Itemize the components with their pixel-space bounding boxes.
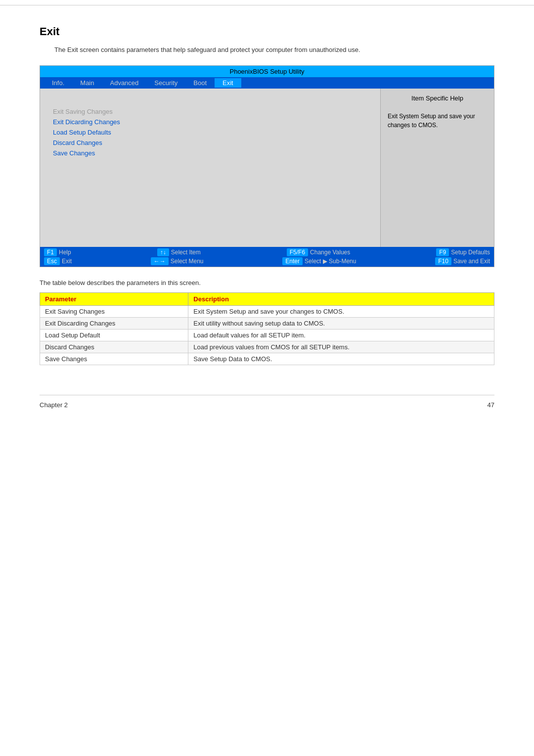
bios-item-load-defaults[interactable]: Load Setup Defaults xyxy=(50,127,370,138)
kb-group-esc: Esc Exit xyxy=(44,257,72,265)
kb-row-1: F1 Help ↑↓ Select Item F5/F6 Change Valu… xyxy=(44,248,490,256)
bios-menu-advanced[interactable]: Advanced xyxy=(102,78,146,88)
label-select-menu: Select Menu xyxy=(171,258,204,265)
bios-item-exit-discarding[interactable]: Exit Dicarding Changes xyxy=(50,117,370,127)
help-title: Item Specific Help xyxy=(388,94,487,102)
bios-menu-bar: Info. Main Advanced Security Boot Exit xyxy=(40,77,494,89)
table-cell-desc: Load previous values from CMOS for all S… xyxy=(188,341,494,353)
key-lr-arrows: ←→ xyxy=(151,257,169,265)
table-cell-param: Exit Discarding Changes xyxy=(40,318,188,330)
table-row: Save ChangesSave Setup Data to CMOS. xyxy=(40,353,494,365)
col-header-description: Description xyxy=(188,293,494,306)
key-f9: F9 xyxy=(436,248,449,256)
bios-item-exit-saving[interactable]: Exit Saving Changes xyxy=(50,106,370,117)
footer-page: 47 xyxy=(488,401,494,409)
label-select-submenu: Select ▶ Sub-Menu xyxy=(305,258,356,265)
table-cell-desc: Load default values for all SETUP item. xyxy=(188,330,494,341)
bios-menu-main[interactable]: Main xyxy=(72,78,102,88)
kb-group-arrows: ↑↓ Select Item xyxy=(157,248,201,256)
table-cell-desc: Exit System Setup and save your changes … xyxy=(188,306,494,318)
param-table: Parameter Description Exit Saving Change… xyxy=(40,292,494,365)
kb-group-f10: F10 Save and Exit xyxy=(435,257,490,265)
help-text: Exit System Setup and save your changes … xyxy=(388,112,487,130)
kb-group-f5f6: F5/F6 Change Values xyxy=(287,248,351,256)
key-f5f6: F5/F6 xyxy=(287,248,308,256)
bios-right-panel: Item Specific Help Exit System Setup and… xyxy=(380,89,494,247)
desc-text: The table below describes the parameters… xyxy=(40,279,494,286)
label-setup-defaults: Setup Defaults xyxy=(451,249,490,256)
label-save-exit: Save and Exit xyxy=(453,258,490,265)
label-change-values: Change Values xyxy=(310,249,350,256)
bios-menu-info[interactable]: Info. xyxy=(44,78,72,88)
key-esc: Esc xyxy=(44,257,60,265)
bios-menu-security[interactable]: Security xyxy=(146,78,185,88)
bios-box: PhoenixBIOS Setup Utility Info. Main Adv… xyxy=(40,65,494,267)
kb-group-f9: F9 Setup Defaults xyxy=(436,248,490,256)
kb-group-f1: F1 Help xyxy=(44,248,71,256)
label-help: Help xyxy=(59,249,71,256)
table-cell-desc: Exit utility without saving setup data t… xyxy=(188,318,494,330)
kb-group-enter: Enter Select ▶ Sub-Menu xyxy=(282,257,356,265)
intro-text: The Exit screen contains parameters that… xyxy=(40,46,494,53)
bios-keyboard-bar: F1 Help ↑↓ Select Item F5/F6 Change Valu… xyxy=(40,247,494,267)
table-cell-param: Load Setup Default xyxy=(40,330,188,341)
key-f10: F10 xyxy=(435,257,451,265)
page-title: Exit xyxy=(40,25,494,38)
bios-title-bar: PhoenixBIOS Setup Utility xyxy=(40,66,494,77)
page-footer: Chapter 2 47 xyxy=(40,395,494,409)
page-container: Exit The Exit screen contains parameters… xyxy=(0,5,534,438)
table-cell-desc: Save Setup Data to CMOS. xyxy=(188,353,494,365)
label-select-item: Select Item xyxy=(171,249,201,256)
bios-item-discard-changes[interactable]: Discard Changes xyxy=(50,138,370,148)
kb-row-2: Esc Exit ←→ Select Menu Enter Select ▶ S… xyxy=(44,257,490,265)
bios-menu-boot[interactable]: Boot xyxy=(185,78,215,88)
key-f1: F1 xyxy=(44,248,57,256)
table-row: Exit Discarding ChangesExit utility with… xyxy=(40,318,494,330)
key-enter: Enter xyxy=(282,257,303,265)
table-row: Load Setup DefaultLoad default values fo… xyxy=(40,330,494,341)
bios-left-panel: Exit Saving Changes Exit Dicarding Chang… xyxy=(40,89,380,247)
table-cell-param: Discard Changes xyxy=(40,341,188,353)
bios-item-save-changes[interactable]: Save Changes xyxy=(50,148,370,158)
table-cell-param: Exit Saving Changes xyxy=(40,306,188,318)
table-row: Exit Saving ChangesExit System Setup and… xyxy=(40,306,494,318)
footer-chapter: Chapter 2 xyxy=(40,401,68,409)
table-row: Discard ChangesLoad previous values from… xyxy=(40,341,494,353)
bios-menu-exit[interactable]: Exit xyxy=(215,78,241,88)
key-arrows: ↑↓ xyxy=(157,248,169,256)
col-header-parameter: Parameter xyxy=(40,293,188,306)
table-cell-param: Save Changes xyxy=(40,353,188,365)
label-exit: Exit xyxy=(62,258,72,265)
bios-content-area: Exit Saving Changes Exit Dicarding Chang… xyxy=(40,89,494,247)
kb-group-lr-arrows: ←→ Select Menu xyxy=(151,257,204,265)
